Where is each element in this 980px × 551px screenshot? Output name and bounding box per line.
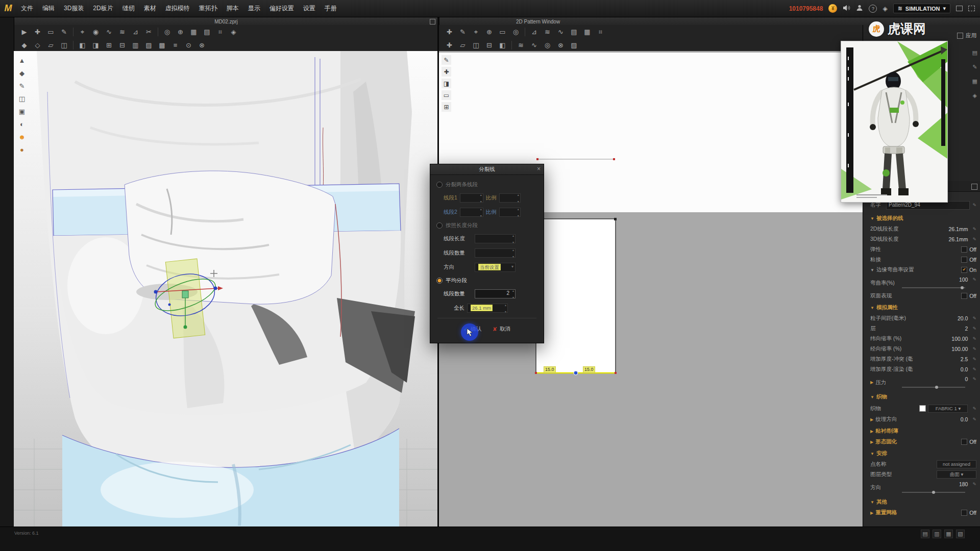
grade-icon[interactable]: ▤ (568, 26, 580, 38)
ring-2d-icon[interactable]: ◎ (541, 39, 554, 51)
field-dropdown[interactable]: not assigned (937, 460, 976, 468)
pin-box-icon[interactable]: ◉ (89, 26, 102, 38)
slider-thumb[interactable] (935, 386, 938, 389)
half-left-icon[interactable]: ◧ (76, 39, 89, 51)
half-2d-icon[interactable]: ◨ (442, 79, 451, 88)
grid-2d-icon[interactable]: ⊞ (442, 102, 451, 112)
free-sew-2d-icon[interactable]: ≋ (514, 39, 527, 51)
menu-item[interactable]: 缝纫 (118, 0, 139, 17)
measure-2d-icon[interactable]: ⌗ (594, 26, 607, 38)
segment-count-input[interactable] (475, 248, 516, 258)
slider-thumb[interactable] (961, 286, 964, 289)
collapse-triangle-icon[interactable]: ▼ (870, 268, 874, 272)
field-value[interactable]: 180 (959, 481, 968, 487)
edit-point-icon[interactable]: ⌖ (470, 26, 482, 38)
ratio2-input[interactable] (499, 208, 521, 217)
layer-2d-icon[interactable]: ◫ (470, 39, 482, 51)
sewing-free-icon[interactable]: ≋ (116, 26, 129, 38)
fabric-dropdown[interactable]: FABRIC 1 ▾ (928, 405, 968, 413)
field-value[interactable]: 20.0 (958, 315, 968, 321)
edit-pencil-icon[interactable]: ✎ (972, 277, 976, 282)
select-move-icon[interactable]: ✚ (31, 26, 44, 38)
collapse-triangle-icon[interactable]: ▶ (870, 380, 873, 385)
checkbox-icon[interactable] (961, 246, 967, 253)
mirror-icon[interactable]: ▱ (44, 39, 57, 51)
menu-item[interactable]: 设置 (299, 0, 320, 17)
cross-2d-icon[interactable]: ⊗ (554, 39, 567, 51)
collapse-triangle-icon[interactable]: ▼ (870, 452, 874, 456)
field-value[interactable]: 2 (965, 325, 968, 332)
field-dropdown[interactable]: 曲面 ▾ (937, 470, 976, 479)
grid-remove-icon[interactable]: ⊟ (116, 39, 129, 51)
segment-sew-2d-icon[interactable]: ∿ (528, 39, 541, 51)
option-split-by-length[interactable]: 按照长度分段 (436, 222, 537, 229)
edit-pencil-icon[interactable]: ✎ (972, 326, 976, 331)
edit-pencil-icon[interactable]: ✎ (972, 237, 976, 242)
field-value[interactable]: 0.0 (961, 366, 968, 372)
slider-track[interactable] (902, 387, 965, 388)
steam-icon[interactable]: ◎ (161, 26, 174, 38)
edit-pencil-icon[interactable]: ✎ (972, 346, 976, 352)
shade-mode-icon[interactable]: ◐ (17, 119, 27, 129)
menu-item[interactable]: 重拓扑 (194, 0, 222, 17)
seam-icon[interactable]: ∿ (554, 26, 567, 38)
edit-pencil-icon[interactable]: ✎ (972, 377, 976, 382)
pen-2d-icon[interactable]: ✎ (442, 55, 451, 65)
show-avatar-icon[interactable]: ☻ (17, 132, 27, 142)
dart-icon[interactable]: ⊿ (528, 26, 541, 38)
field-value[interactable]: 26.1mm (949, 236, 968, 242)
add-point-icon[interactable]: ⊕ (483, 26, 496, 38)
slider-thumb[interactable] (932, 491, 935, 494)
simulation-dropdown[interactable]: ≋ SIMULATION ▾ (893, 4, 950, 13)
segment1-input[interactable] (460, 193, 483, 203)
edit-pencil-icon[interactable]: ✎ (972, 367, 976, 372)
list-icon[interactable]: ≡ (169, 39, 182, 51)
grid-add-icon[interactable]: ⊞ (103, 39, 115, 51)
flatten-icon[interactable]: ◇ (31, 39, 44, 51)
half-icon[interactable]: ◧ (496, 39, 509, 51)
rect-pattern-icon[interactable]: ▭ (496, 26, 509, 38)
notch-icon[interactable]: ≋ (541, 26, 554, 38)
slider-track[interactable] (902, 287, 965, 288)
cross-icon[interactable]: ⊗ (195, 39, 208, 51)
menu-item[interactable]: 编辑 (38, 0, 59, 17)
checkbox-icon[interactable] (961, 257, 967, 263)
view-mode-icon[interactable]: ▲ (17, 55, 27, 65)
sewing-segment-icon[interactable]: ∿ (103, 26, 115, 38)
props-section[interactable]: ▼模拟属性 (863, 302, 980, 313)
collapse-triangle-icon[interactable]: ▶ (870, 511, 873, 515)
menu-item[interactable]: 虚拟模特 (161, 0, 194, 17)
edit-pencil-icon[interactable]: ✎ (972, 227, 976, 232)
even-count-input[interactable]: 2 (475, 289, 516, 298)
props-section[interactable]: ▶粘衬/削薄 (863, 425, 980, 437)
viewport-3d[interactable]: ▲◆✎◫▣◐☻● (14, 51, 437, 527)
radio-selected-icon[interactable] (436, 278, 443, 284)
measure-icon[interactable]: ⌗ (214, 26, 227, 38)
dialog-titlebar[interactable]: 分裂线 × (430, 164, 544, 175)
transform-pattern-icon[interactable]: ✚ (443, 26, 456, 38)
layout-rows-icon[interactable]: ▥ (933, 530, 941, 538)
style-edit-icon[interactable]: ✎ (17, 81, 27, 91)
coin-icon[interactable]: ¥ (828, 4, 837, 13)
panel-list-icon[interactable]: ▤ (972, 49, 977, 56)
help-icon[interactable]: ? (869, 5, 877, 13)
layer-icon[interactable]: ◫ (58, 39, 70, 51)
expand-panel-icon[interactable] (971, 184, 977, 190)
ring-icon[interactable]: ⊙ (182, 39, 195, 51)
segment-length-input[interactable] (475, 234, 516, 243)
field-value[interactable]: 26.1mm (949, 226, 968, 232)
edit-pencil-icon[interactable]: ✎ (972, 417, 976, 422)
window-collapse-icon[interactable] (968, 6, 975, 11)
arrange-icon[interactable]: ◆ (18, 39, 31, 51)
layout-grid-icon[interactable]: ▦ (944, 530, 953, 538)
checkbox-icon[interactable]: ✔ (961, 267, 967, 273)
sew-2d-icon[interactable]: ✚ (443, 39, 456, 51)
direction-dropdown[interactable]: 当前设置 (475, 263, 516, 272)
checkbox-icon[interactable] (961, 439, 967, 445)
field-value[interactable]: 100 (959, 277, 968, 283)
speaker-icon[interactable] (843, 5, 850, 13)
layout-mix-icon[interactable]: ▧ (956, 530, 965, 538)
collapse-triangle-icon[interactable]: ▶ (870, 417, 873, 422)
promo-icon[interactable]: ◈ (883, 5, 887, 12)
option-split-evenly[interactable]: 平均分段 (436, 277, 537, 284)
